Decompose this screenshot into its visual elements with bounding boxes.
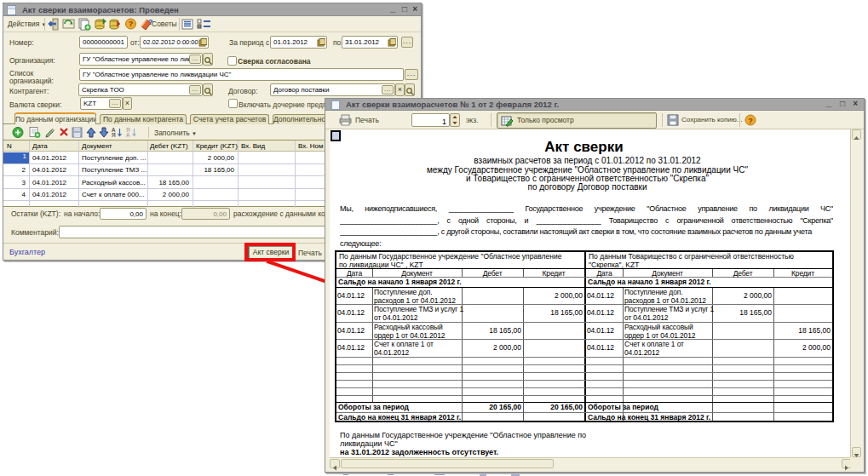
svg-text:?: ? xyxy=(129,20,134,28)
svg-text:Я: Я xyxy=(112,132,116,138)
svg-text:А: А xyxy=(126,132,130,138)
svg-text:?: ? xyxy=(748,117,753,125)
